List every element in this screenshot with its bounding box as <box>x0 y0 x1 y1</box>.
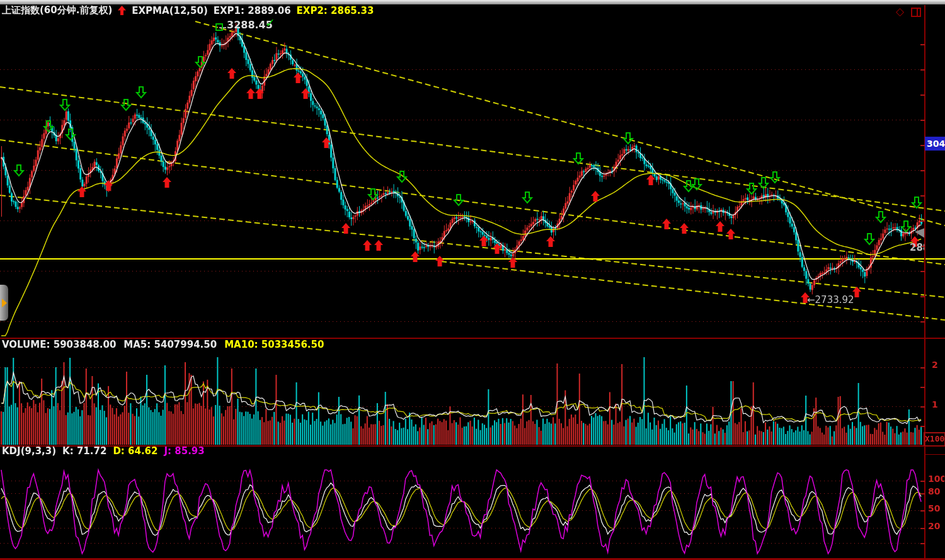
kdj-params-label: KDJ(9,3,3) <box>2 446 56 457</box>
indicator-label: EXPMA(12,50) <box>132 5 208 16</box>
chart-canvas[interactable] <box>0 0 945 560</box>
exp1-value-label: EXP1: 2889.06 <box>214 5 291 16</box>
symbol-title: 上证指数(60分钟.前复权) <box>2 4 112 16</box>
volume-header: VOLUME: 5903848.00 MA5: 5407994.50 MA10:… <box>2 340 324 350</box>
kdj-d-label: D: 64.62 <box>113 446 158 457</box>
trough-price-label: ←2733.92 <box>807 295 854 306</box>
volume-unit-label: X10000 <box>924 433 945 446</box>
kdj-k-label: K: 71.72 <box>62 446 106 457</box>
volume-ma10-label: MA10: 5033456.50 <box>224 340 324 350</box>
kdj-axis-label-100: 100 <box>928 474 944 484</box>
kdj-axis-label-50: 50 <box>928 503 944 513</box>
trading-terminal-window: 上证指数(60分钟.前复权) EXPMA(12,50) EXP1: 2889.0… <box>0 0 945 560</box>
last-price-partial-label: 288 <box>910 243 924 254</box>
kdj-j-label: J: 85.93 <box>164 446 205 457</box>
kdj-axis-label-20: 20 <box>928 521 944 531</box>
volume-axis-label-1: 1 <box>932 399 938 409</box>
exp2-value-label: EXP2: 2865.33 <box>297 5 374 16</box>
kdj-axis-label-80: 80 <box>928 486 944 496</box>
volume-value-label: VOLUME: 5903848.00 <box>2 340 116 350</box>
chart-title-bar: 上证指数(60分钟.前复权) EXPMA(12,50) EXP1: 2889.0… <box>2 4 374 16</box>
split-window-icon[interactable] <box>911 8 921 17</box>
left-panel-expander[interactable] <box>0 285 8 321</box>
right-axis-price-tag: 3043 <box>925 137 945 151</box>
kdj-header: KDJ(9,3,3) K: 71.72 D: 64.62 J: 85.93 <box>2 446 205 457</box>
volume-ma5-label: MA5: 5407994.50 <box>123 340 217 350</box>
volume-axis-label-2: 2 <box>932 360 938 370</box>
red-up-arrow-icon <box>118 6 126 15</box>
annotation-handle-box[interactable] <box>215 23 223 31</box>
window-top-strip <box>0 0 945 4</box>
annotation-checkmark-icon: ✓ <box>265 16 275 30</box>
expander-arrow-icon <box>2 299 7 307</box>
diamond-icon[interactable]: ◇ <box>896 6 904 18</box>
